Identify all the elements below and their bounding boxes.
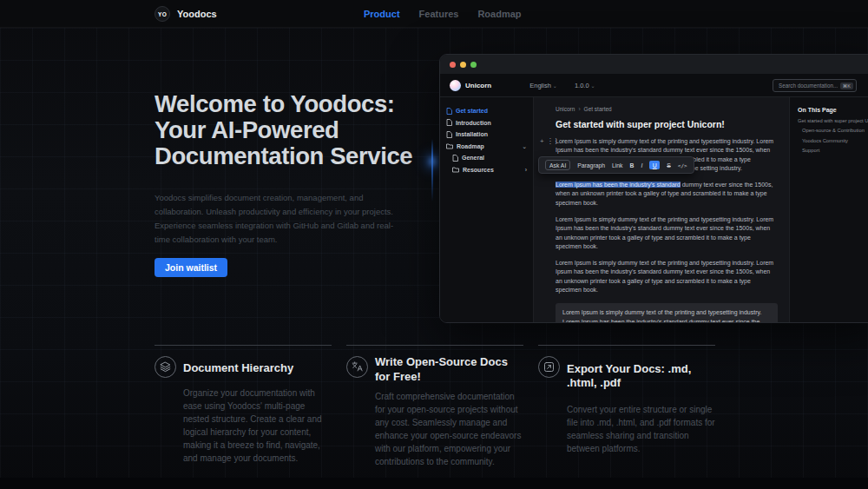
doc-paragraph-2[interactable]: Lorem Ipsum has been the industry's stan… — [556, 181, 778, 208]
decorative-blue-glow — [430, 157, 435, 166]
unicorn-brand-name: Unicorn — [465, 82, 491, 89]
feature-title: Export Your Docs: .md, .html, .pdf — [567, 362, 715, 392]
app-header-bar: Unicorn English 1.0.0 Search documentati… — [440, 74, 868, 97]
brand[interactable]: YO Yoodocs — [155, 0, 217, 28]
feature-card-open-source: Write Open-Source Docs for Free! Craft c… — [346, 345, 523, 468]
close-window-icon[interactable] — [450, 62, 456, 68]
code-button[interactable]: </> — [678, 162, 687, 169]
language-value: English — [529, 82, 551, 89]
sidebar-item-get-started[interactable]: Get started — [440, 105, 533, 117]
landing-page: YO Yoodocs Product Features Roadmap Welc… — [0, 0, 868, 489]
hero-title-line2: Your AI-Powered — [155, 117, 441, 143]
feature-body: Craft comprehensive documentation for yo… — [375, 390, 523, 468]
sidebar-item-roadmap[interactable]: Roadmap — [440, 141, 533, 153]
strikethrough-button[interactable]: S — [667, 162, 671, 169]
search-placeholder: Search documentation... — [779, 83, 838, 89]
file-icon — [452, 155, 458, 162]
sidebar-item-general[interactable]: General — [440, 152, 533, 164]
logo-text: YO — [158, 11, 167, 17]
sidebar-item-label: Resources — [463, 167, 494, 173]
hero-title-line3: Documentation Service — [155, 143, 441, 169]
drag-handle-icon[interactable] — [547, 137, 558, 145]
paragraph-style-button[interactable]: Paragraph — [577, 162, 605, 169]
ask-ai-button[interactable]: Ask AI — [545, 160, 570, 170]
on-this-page-panel: On This Page Get started with super proj… — [789, 97, 868, 322]
export-icon — [538, 356, 560, 378]
version-select[interactable]: 1.0.0 — [575, 82, 595, 89]
sidebar-item-label: Roadmap — [457, 143, 484, 149]
feature-title: Write Open-Source Docs for Free! — [375, 355, 523, 385]
nav-product[interactable]: Product — [364, 9, 400, 19]
main-nav: Product Features Roadmap — [364, 0, 522, 28]
breadcrumb-separator-icon — [578, 106, 580, 112]
nav-features[interactable]: Features — [419, 9, 459, 19]
sidebar-item-resources[interactable]: Resources — [440, 164, 533, 176]
window-body: Get started Introduction Installation Ro… — [440, 97, 868, 322]
unicorn-brand[interactable]: Unicorn — [450, 80, 491, 91]
folder-icon — [452, 167, 459, 173]
feature-card-hierarchy: Document Hierarchy Organize your documen… — [155, 345, 332, 468]
feature-body: Organize your documentation with ease us… — [183, 387, 332, 465]
toc-item-get-started[interactable]: Get started with super project Unicorn! — [798, 118, 868, 123]
join-waitlist-button[interactable]: Join waitlist — [155, 258, 227, 277]
doc-page-title: Get started with super project Unicorn! — [556, 119, 778, 129]
hero-title: Welcome to Yoodocs: Your AI-Powered Docu… — [155, 91, 441, 169]
file-icon — [446, 131, 452, 138]
italic-button[interactable]: I — [641, 162, 642, 169]
app-window-mockup: Unicorn English 1.0.0 Search documentati… — [439, 54, 868, 323]
unicorn-logo-icon — [450, 80, 461, 91]
maximize-window-icon[interactable] — [470, 62, 477, 68]
window-titlebar — [440, 55, 868, 74]
version-value: 1.0.0 — [575, 82, 589, 89]
sidebar-item-label: General — [462, 155, 484, 161]
doc-quote-block[interactable]: Lorem Ipsum is simply dummy text of the … — [556, 303, 778, 322]
sidebar-item-label: Installation — [456, 131, 488, 137]
breadcrumb-root[interactable]: Unicorn — [556, 106, 575, 112]
doc-editor: Unicorn Get started Get started with sup… — [534, 97, 789, 322]
search-input[interactable]: Search documentation... ⌘K — [773, 79, 857, 92]
nav-roadmap[interactable]: Roadmap — [477, 9, 521, 19]
language-select[interactable]: English — [529, 82, 557, 89]
file-icon — [446, 119, 452, 126]
link-button[interactable]: Link — [612, 162, 622, 169]
translate-icon — [346, 356, 368, 378]
chevron-down-icon[interactable] — [522, 143, 527, 149]
toc-item-community[interactable]: Yoodocs Community — [798, 138, 868, 143]
feature-title: Document Hierarchy — [183, 361, 332, 376]
breadcrumb-current[interactable]: Get started — [584, 106, 612, 112]
search-shortcut-badge: ⌘K — [840, 83, 853, 89]
file-icon — [446, 108, 452, 115]
doc-paragraph-4[interactable]: Lorem Ipsum is simply dummy text of the … — [556, 259, 778, 294]
doc-paragraph-3[interactable]: Lorem Ipsum is simply dummy text of the … — [556, 215, 778, 251]
toc-item-open-source[interactable]: Open-source & Contribution — [798, 128, 868, 133]
hero-section: Welcome to Yoodocs: Your AI-Powered Docu… — [155, 91, 441, 277]
toc-title: On This Page — [798, 107, 868, 113]
features-section: Document Hierarchy Organize your documen… — [155, 345, 715, 468]
chevron-down-icon — [553, 83, 557, 89]
selected-text: Lorem Ipsum has been the industry's stan… — [556, 182, 681, 188]
chevron-down-icon — [591, 83, 595, 89]
sidebar-item-introduction[interactable]: Introduction — [440, 117, 533, 129]
yoodocs-logo-icon: YO — [155, 6, 170, 22]
feature-card-export: Export Your Docs: .md, .html, .pdf Conve… — [538, 345, 715, 468]
docs-sidebar: Get started Introduction Installation Ro… — [440, 97, 534, 322]
bottom-strip — [0, 478, 868, 489]
block-handles — [540, 137, 558, 145]
hero-description: Yoodocs simplifies document creation, ma… — [155, 191, 408, 247]
minimize-window-icon[interactable] — [460, 62, 466, 68]
brand-name: Yoodocs — [177, 9, 217, 19]
feature-body: Convert your entire structure or single … — [567, 403, 715, 455]
folder-icon — [446, 143, 453, 149]
sidebar-item-label: Introduction — [456, 120, 491, 126]
breadcrumb: Unicorn Get started — [556, 106, 778, 112]
bold-button[interactable]: B — [629, 162, 634, 169]
chevron-right-icon[interactable] — [525, 167, 527, 173]
hero-title-line1: Welcome to Yoodocs: — [155, 91, 441, 117]
sidebar-item-installation[interactable]: Installation — [440, 129, 533, 141]
decorative-blue-line — [431, 139, 433, 202]
underline-button[interactable]: U — [649, 161, 660, 169]
layers-icon — [155, 356, 176, 378]
text-format-toolbar: Ask AI Paragraph Link B I U S </> — [538, 156, 694, 174]
toc-item-support[interactable]: Support — [798, 148, 868, 153]
add-block-icon[interactable] — [540, 137, 544, 145]
